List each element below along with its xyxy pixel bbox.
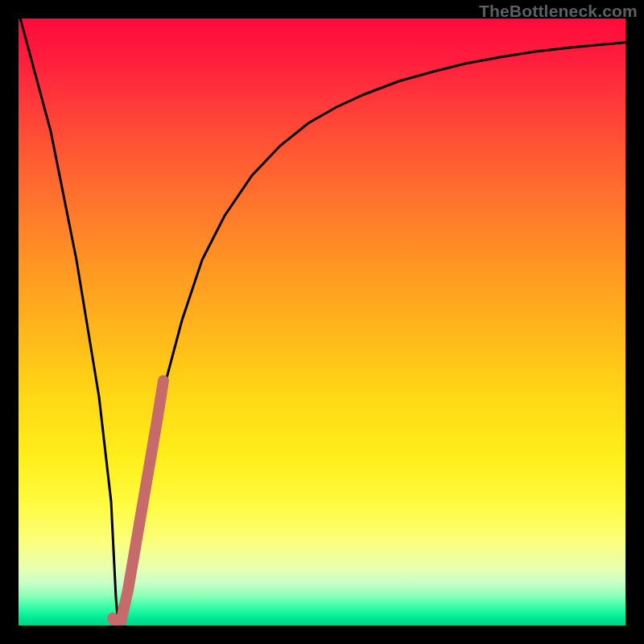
highlight-segment <box>113 381 163 623</box>
curve-layer <box>19 19 625 625</box>
watermark: TheBottleneck.com <box>479 2 638 21</box>
chart-frame: TheBottleneck.com <box>0 0 644 644</box>
bottleneck-curve <box>19 19 625 625</box>
plot-area <box>19 19 625 625</box>
